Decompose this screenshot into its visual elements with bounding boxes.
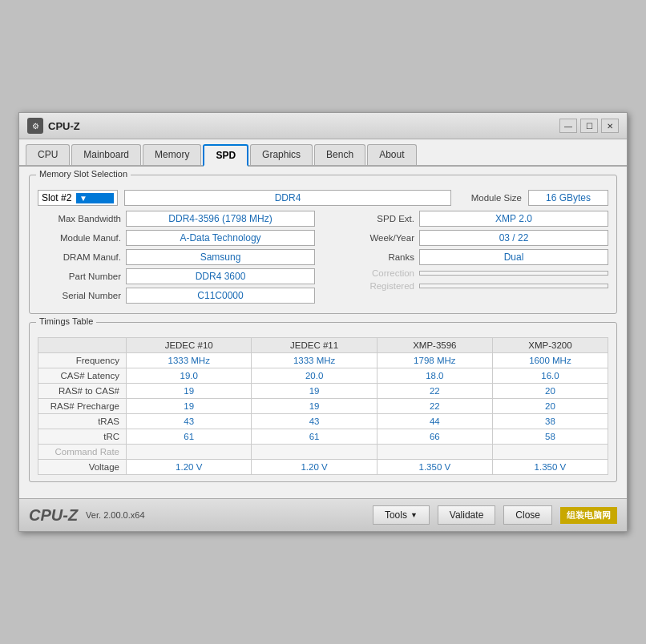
- ranks-value: Dual: [419, 249, 608, 265]
- registered-row: Registered: [331, 281, 608, 291]
- timings-row: RAS# to CAS#19192220: [38, 384, 608, 399]
- dram-manuf-row: DRAM Manuf. Samsung: [38, 249, 315, 265]
- timings-cell: [377, 445, 492, 460]
- timings-cell: 19: [127, 384, 252, 399]
- timings-cell: [127, 445, 252, 460]
- timings-row: Command Rate: [38, 445, 608, 460]
- slot-selector[interactable]: Slot #2 ▼: [38, 190, 118, 206]
- dram-manuf-value: Samsung: [126, 249, 315, 265]
- memory-slot-group-label: Memory Slot Selection: [36, 169, 131, 179]
- maximize-button[interactable]: ☐: [580, 119, 598, 133]
- memory-slot-group: Memory Slot Selection Slot #2 ▼ DDR4 Mod…: [29, 175, 617, 314]
- timings-row-label: Command Rate: [38, 445, 127, 460]
- tab-about[interactable]: About: [367, 144, 416, 165]
- module-manuf-label: Module Manuf.: [38, 233, 126, 243]
- week-year-value: 03 / 22: [419, 230, 608, 246]
- close-window-button[interactable]: ✕: [601, 119, 619, 133]
- footer-logo: CPU-Z: [29, 506, 78, 525]
- timings-row: CAS# Latency19.020.018.016.0: [38, 368, 608, 384]
- timings-cell: 1.350 V: [377, 460, 492, 475]
- timings-row-label: tRC: [38, 429, 127, 445]
- tab-spd[interactable]: SPD: [203, 144, 248, 167]
- timings-row-label: CAS# Latency: [38, 368, 127, 384]
- timings-cell: 19.0: [127, 368, 252, 384]
- timings-cell: [252, 445, 377, 460]
- timings-cell: [492, 445, 608, 460]
- tab-memory[interactable]: Memory: [143, 144, 201, 165]
- timings-cell: 61: [127, 429, 252, 445]
- ranks-row: Ranks Dual: [331, 249, 608, 265]
- tab-mainboard[interactable]: Mainboard: [71, 144, 141, 165]
- spd-ext-row: SPD Ext. XMP 2.0: [331, 211, 608, 227]
- slot-selector-arrow: ▼: [76, 193, 114, 203]
- footer: CPU-Z Ver. 2.00.0.x64 Tools ▼ Validate C…: [19, 498, 627, 531]
- timings-cell: 20.0: [252, 368, 377, 384]
- timings-cell: 43: [127, 414, 252, 429]
- minimize-button[interactable]: —: [559, 119, 577, 133]
- max-bandwidth-row: Max Bandwidth DDR4-3596 (1798 MHz): [38, 211, 315, 227]
- window-title: CPU-Z: [48, 120, 80, 132]
- timings-row: tRAS43434438: [38, 414, 608, 429]
- serial-number-row: Serial Number C11C0000: [38, 288, 315, 304]
- serial-number-value: C11C0000: [126, 288, 315, 304]
- timings-cell: 1333 MHz: [127, 353, 252, 368]
- slot-selector-label: Slot #2: [42, 192, 73, 203]
- timings-row-label: RAS# Precharge: [38, 399, 127, 414]
- registered-label: Registered: [331, 281, 419, 291]
- timings-cell: 19: [252, 399, 377, 414]
- main-window: ⚙ CPU-Z — ☐ ✕ CPU Mainboard Memory SPD G…: [18, 112, 628, 532]
- timings-cell: 22: [377, 384, 492, 399]
- timings-cell: 58: [492, 429, 608, 445]
- main-content: Memory Slot Selection Slot #2 ▼ DDR4 Mod…: [19, 167, 627, 498]
- close-label: Close: [515, 509, 540, 521]
- part-number-value: DDR4 3600: [126, 268, 315, 284]
- correction-value: [419, 271, 608, 276]
- timings-row-label: Frequency: [38, 353, 127, 368]
- timings-cell: 61: [252, 429, 377, 445]
- tools-button[interactable]: Tools ▼: [373, 505, 430, 525]
- memory-slot-inner: Slot #2 ▼ DDR4 Module Size 16 GBytes Max…: [38, 190, 608, 307]
- timings-cell: 19: [252, 384, 377, 399]
- timings-group: Timings Table JEDEC #10 JEDEC #11 XMP-35…: [29, 322, 617, 482]
- footer-version: Ver. 2.00.0.x64: [86, 510, 365, 520]
- registered-value: [419, 284, 608, 288]
- correction-label: Correction: [331, 268, 419, 278]
- timings-cell: 1.20 V: [252, 460, 377, 475]
- timings-row-label: tRAS: [38, 414, 127, 429]
- module-size-value: 16 GBytes: [528, 190, 608, 206]
- tab-bar: CPU Mainboard Memory SPD Graphics Bench …: [19, 139, 627, 167]
- timings-cell: 18.0: [377, 368, 492, 384]
- timings-cell: 20: [492, 399, 608, 414]
- title-bar-controls: — ☐ ✕: [559, 119, 619, 133]
- dram-manuf-label: DRAM Manuf.: [38, 252, 126, 262]
- validate-button[interactable]: Validate: [438, 505, 495, 525]
- timings-row-label: RAS# to CAS#: [38, 384, 127, 399]
- week-year-label: Week/Year: [331, 233, 419, 243]
- tab-cpu[interactable]: CPU: [26, 144, 70, 165]
- timings-cell: 1798 MHz: [377, 353, 492, 368]
- timings-col-jedec10: JEDEC #10: [127, 338, 252, 353]
- timings-cell: 38: [492, 414, 608, 429]
- timings-cell: 19: [127, 399, 252, 414]
- part-number-label: Part Number: [38, 272, 126, 281]
- tab-bench[interactable]: Bench: [314, 144, 365, 165]
- timings-group-label: Timings Table: [36, 316, 96, 326]
- timings-cell: 44: [377, 414, 492, 429]
- spd-ext-label: SPD Ext.: [331, 214, 419, 223]
- timings-cell: 43: [252, 414, 377, 429]
- max-bandwidth-label: Max Bandwidth: [38, 214, 126, 223]
- timings-cell: 1.350 V: [492, 460, 608, 475]
- title-bar-left: ⚙ CPU-Z: [27, 118, 80, 134]
- timings-cell: 66: [377, 429, 492, 445]
- validate-label: Validate: [450, 509, 483, 521]
- info-section: Max Bandwidth DDR4-3596 (1798 MHz) Modul…: [38, 211, 608, 307]
- serial-number-label: Serial Number: [38, 291, 126, 300]
- timings-row-label: Voltage: [38, 460, 127, 475]
- ddr-type-value: DDR4: [124, 190, 451, 206]
- info-right: SPD Ext. XMP 2.0 Week/Year 03 / 22 Ranks…: [331, 211, 608, 307]
- tools-arrow: ▼: [410, 511, 418, 519]
- tab-graphics[interactable]: Graphics: [250, 144, 313, 165]
- timings-cell: 1.20 V: [127, 460, 252, 475]
- timings-cell: 16.0: [492, 368, 608, 384]
- close-button[interactable]: Close: [503, 505, 552, 525]
